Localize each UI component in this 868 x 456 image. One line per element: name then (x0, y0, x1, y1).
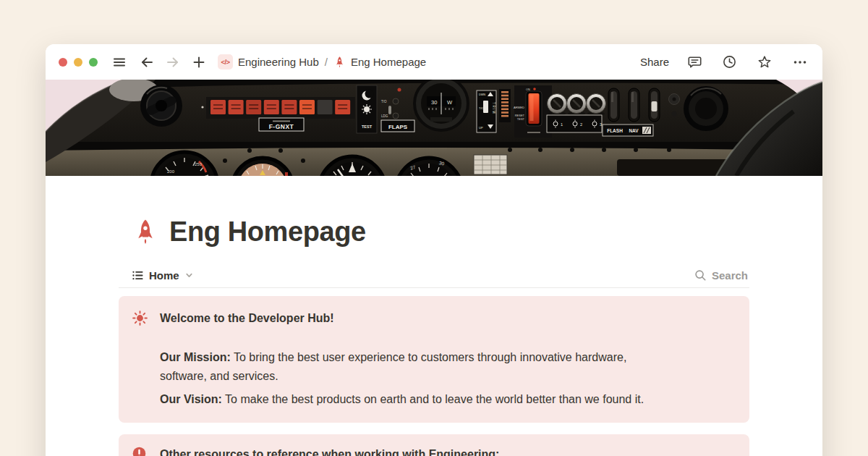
search-label: Search (712, 269, 748, 282)
annunciator-lights (201, 97, 355, 119)
compass-instrument: 30 W (414, 80, 468, 130)
comments-button[interactable] (686, 53, 704, 71)
svg-text:FLAPS: FLAPS (388, 124, 408, 130)
vision-paragraph: Our Vision: To make the best products on… (160, 390, 666, 409)
workspace-code-icon[interactable]: </> (218, 54, 233, 69)
svg-text:TRIM: TRIM (492, 102, 495, 114)
svg-text:30: 30 (431, 99, 437, 106)
more-button[interactable] (791, 53, 809, 72)
comment-icon (687, 54, 702, 69)
breadcrumb: </> Engineering Hub / Eng Homepage (218, 54, 426, 69)
notion-app-window: </> Engineering Hub / Eng Homepage Share (46, 44, 822, 456)
svg-text:F-GNXT: F-GNXT (269, 123, 294, 130)
left-control-knob (140, 85, 182, 127)
search-button[interactable]: Search (694, 269, 748, 282)
lighting-test-panel: TEST (357, 85, 377, 133)
trim-tape (499, 89, 511, 122)
callout-welcome: Welcome to the Developer Hub! Our Missio… (119, 296, 749, 423)
star-icon (757, 54, 773, 70)
chevron-down-icon (184, 271, 194, 280)
ellipsis-icon (792, 54, 808, 70)
svg-text:TEST: TEST (362, 124, 373, 129)
svg-text:LDG: LDG (381, 114, 388, 118)
tab-home-label: Home (149, 269, 179, 282)
flash-nav-placard: FLASH NAV (603, 124, 653, 136)
updates-button[interactable] (720, 53, 739, 71)
air-vent (684, 86, 728, 131)
armed-switch-panel: ON ARMED RESET TEST (514, 85, 552, 138)
tab-home[interactable]: Home (132, 269, 194, 282)
svg-text:ARMED: ARMED (514, 106, 524, 109)
sun-icon[interactable] (132, 310, 148, 326)
page-title-row: Eng Homepage (132, 215, 749, 248)
svg-text:W: W (447, 99, 453, 106)
svg-text:1: 1 (561, 122, 563, 127)
page-rocket-icon[interactable] (132, 218, 159, 245)
callout-resources: Other resources to reference when workin… (119, 434, 749, 456)
callout-resources-title: Other resources to reference when workin… (160, 445, 666, 456)
window-controls (59, 58, 98, 67)
registration-placard: F-GNXT (259, 118, 304, 131)
page-content: Eng Homepage Home (46, 215, 822, 456)
svg-text:ON: ON (526, 88, 530, 91)
exclamation-icon[interactable] (132, 446, 147, 456)
svg-text:FLASH: FLASH (607, 128, 623, 133)
breadcrumb-page[interactable]: Eng Homepage (351, 56, 426, 68)
light-knobs: 1 2 3 (547, 94, 606, 133)
svg-text:3: 3 (600, 122, 602, 127)
svg-text:DWN: DWN (479, 93, 485, 96)
svg-text:T/O: T/O (381, 100, 387, 104)
view-tabs-row: Home Search (119, 263, 749, 288)
svg-text:250: 250 (195, 162, 203, 166)
window-toolbar: </> Engineering Hub / Eng Homepage Share (46, 44, 822, 80)
back-button[interactable] (138, 54, 156, 71)
new-page-button[interactable] (190, 54, 208, 71)
callout-welcome-title: Welcome to the Developer Hub! (160, 309, 666, 328)
back-arrow-icon (140, 55, 154, 69)
svg-text:2: 2 (580, 122, 582, 127)
forward-arrow-icon (166, 55, 180, 69)
desktop-background: </> Engineering Hub / Eng Homepage Share (0, 0, 868, 456)
plus-icon (192, 55, 206, 69)
svg-text:200: 200 (167, 169, 175, 174)
list-view-icon (132, 269, 144, 282)
breadcrumb-separator: / (325, 56, 328, 68)
svg-text:T/O: T/O (479, 106, 484, 110)
svg-text:UP: UP (479, 126, 483, 130)
zoom-window-button[interactable] (89, 58, 98, 67)
svg-text:TEST: TEST (517, 117, 525, 121)
svg-text:NAV: NAV (629, 128, 639, 133)
clock-icon (722, 54, 737, 69)
rocket-icon (333, 56, 346, 68)
mission-paragraph: Our Mission: To bring the best user expe… (160, 348, 666, 386)
forward-button[interactable] (164, 54, 182, 71)
breadcrumb-workspace[interactable]: Engineering Hub (238, 56, 319, 68)
page-cover-image[interactable]: 250 200 (46, 80, 822, 176)
trim-indicator: DWN T/O TRIM UP (477, 90, 496, 132)
data-placard (474, 155, 507, 174)
page-title[interactable]: Eng Homepage (169, 216, 366, 248)
minimize-window-button[interactable] (74, 58, 82, 67)
search-icon (694, 269, 707, 282)
sidebar-menu-button[interactable] (111, 54, 128, 71)
favorite-button[interactable] (755, 53, 774, 72)
close-window-button[interactable] (59, 58, 67, 67)
rocker-switches (608, 88, 660, 122)
share-button[interactable]: Share (640, 56, 669, 68)
hamburger-icon (112, 55, 127, 69)
toolbar-actions: Share (640, 53, 809, 72)
